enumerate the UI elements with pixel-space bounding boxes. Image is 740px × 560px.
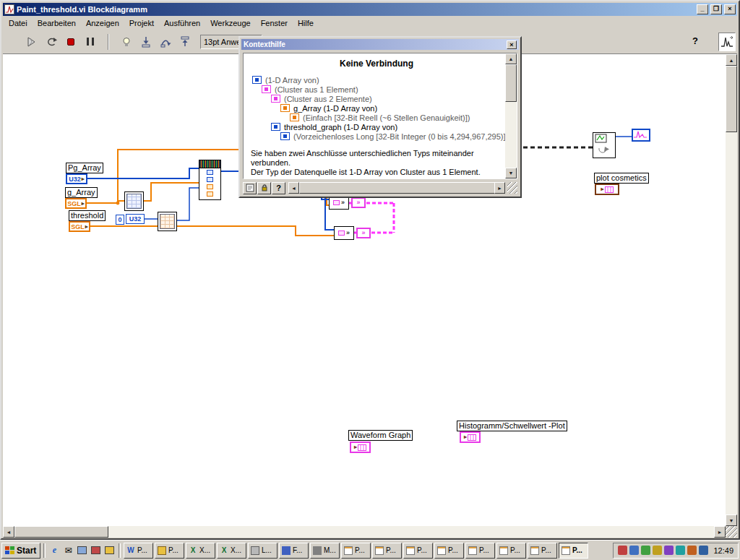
close-button[interactable]: × bbox=[724, 4, 736, 14]
graph-reference-node[interactable] bbox=[632, 129, 650, 142]
wire-index-to-bundle[interactable] bbox=[143, 183, 199, 201]
wire-threshold[interactable] bbox=[89, 226, 334, 236]
g-array-terminal[interactable]: SGL▸ bbox=[65, 198, 87, 209]
help-button[interactable]: ? bbox=[688, 34, 702, 48]
horizontal-scroll-thumb[interactable] bbox=[14, 526, 108, 538]
menu-bearbeiten[interactable]: Bearbeiten bbox=[33, 17, 81, 29]
context-help-vscrollbar[interactable]: ▲ ▼ bbox=[505, 53, 517, 178]
coerced-cluster-node-1[interactable]: » bbox=[351, 197, 366, 208]
scroll-down-button[interactable]: ▼ bbox=[726, 514, 737, 526]
scroll-right-button[interactable]: ► bbox=[494, 182, 505, 194]
scroll-left-button[interactable]: ◄ bbox=[288, 182, 299, 194]
ie-quicklaunch-icon[interactable]: e bbox=[48, 544, 61, 556]
vertical-scrollbar[interactable]: ▲ ▼ bbox=[726, 54, 737, 526]
context-help-hscroll-thumb[interactable] bbox=[299, 182, 505, 194]
g-array-label[interactable]: g_Array bbox=[65, 187, 98, 198]
labview-vi-icon bbox=[499, 546, 508, 555]
mail-quicklaunch-icon[interactable]: ✉ bbox=[62, 544, 74, 556]
start-button[interactable]: Start bbox=[1, 543, 40, 559]
tray-display-icon[interactable] bbox=[629, 546, 639, 555]
vertical-scroll-thumb[interactable] bbox=[726, 66, 737, 132]
scroll-up-button[interactable]: ▲ bbox=[726, 54, 737, 66]
menu-projekt[interactable]: Projekt bbox=[124, 17, 159, 29]
array-subset-node[interactable] bbox=[158, 212, 177, 231]
tray-language-icon[interactable] bbox=[687, 546, 697, 555]
menu-fenster[interactable]: Fenster bbox=[256, 17, 293, 29]
scroll-right-button[interactable]: ► bbox=[714, 526, 726, 538]
highlight-execution-button[interactable] bbox=[118, 33, 135, 51]
taskbar-button[interactable]: XX... bbox=[186, 543, 215, 559]
numeric-constant-0[interactable]: 0 bbox=[116, 215, 124, 225]
context-help-titlebar[interactable]: Kontexthilfe × bbox=[241, 39, 519, 50]
title-bar[interactable]: Paint_threshold.vi Blockdiagramm _ ❐ × bbox=[3, 3, 737, 16]
coerced-cluster-node-2[interactable]: » bbox=[356, 228, 371, 238]
property-node-plot[interactable] bbox=[593, 132, 616, 158]
horizontal-scrollbar[interactable]: ◄ ► bbox=[3, 526, 726, 538]
step-out-button[interactable] bbox=[176, 33, 194, 51]
taskbar-button[interactable]: M... bbox=[310, 543, 340, 559]
resize-grip[interactable] bbox=[726, 526, 737, 538]
show-desktop-icon[interactable] bbox=[76, 544, 88, 556]
abort-button[interactable] bbox=[62, 33, 79, 51]
context-help-resize-grip[interactable] bbox=[507, 182, 517, 194]
taskbar-button[interactable]: P... bbox=[155, 543, 184, 559]
tray-messenger-icon[interactable] bbox=[699, 546, 708, 555]
waveform-graph-label[interactable]: Waveform Graph bbox=[348, 430, 413, 441]
context-help-scroll-thumb[interactable] bbox=[505, 64, 517, 102]
run-button[interactable] bbox=[23, 33, 40, 51]
plot-cosmetics-label[interactable]: plot cosmetics bbox=[594, 173, 649, 184]
tray-scheduler-icon[interactable] bbox=[653, 546, 662, 555]
taskbar-button[interactable]: P... bbox=[434, 543, 464, 559]
scroll-up-button[interactable]: ▲ bbox=[505, 53, 517, 64]
to-u32-conversion-node[interactable]: U32 bbox=[126, 214, 145, 224]
step-into-button[interactable] bbox=[137, 33, 155, 51]
taskbar-button[interactable]: XX... bbox=[217, 543, 246, 559]
tray-volume-icon[interactable] bbox=[618, 546, 627, 555]
media-player-icon[interactable] bbox=[90, 544, 102, 556]
menu-anzeigen[interactable]: Anzeigen bbox=[81, 17, 124, 29]
menu-ausfuehren[interactable]: Ausführen bbox=[159, 17, 205, 29]
taskbar-button[interactable]: P... bbox=[341, 543, 371, 559]
minimize-button[interactable]: _ bbox=[697, 4, 708, 14]
step-over-button[interactable] bbox=[157, 33, 174, 51]
lock-help-icon[interactable] bbox=[257, 182, 271, 194]
pg-array-label[interactable]: Pg_Array bbox=[66, 163, 103, 173]
more-help-icon[interactable]: ? bbox=[272, 182, 285, 194]
taskbar-button[interactable]: P... bbox=[528, 543, 557, 559]
waveform-graph-terminal[interactable]: ▸ bbox=[350, 441, 371, 453]
tray-network-icon[interactable] bbox=[641, 546, 650, 555]
tray-graphics-icon[interactable] bbox=[676, 546, 685, 555]
taskbar-button[interactable]: F... bbox=[279, 543, 309, 559]
folder-quicklaunch-icon[interactable] bbox=[103, 544, 116, 556]
pg-array-terminal[interactable]: U32▸ bbox=[66, 173, 87, 184]
taskbar-button[interactable]: P... bbox=[372, 543, 402, 559]
bundle-cluster-array-node[interactable] bbox=[199, 160, 221, 200]
menu-datei[interactable]: Datei bbox=[4, 17, 33, 29]
run-continuous-button[interactable] bbox=[43, 33, 60, 51]
scroll-down-button[interactable]: ▼ bbox=[505, 168, 517, 178]
taskbar-button[interactable]: L... bbox=[248, 543, 278, 559]
taskbar-clock[interactable]: 12:49 bbox=[713, 546, 733, 555]
scroll-left-button[interactable]: ◄ bbox=[3, 526, 14, 538]
taskbar-button-active[interactable]: P... bbox=[559, 543, 588, 559]
histogram-plot-terminal[interactable]: ▸ bbox=[460, 431, 481, 443]
taskbar-button[interactable]: P... bbox=[496, 543, 526, 559]
menu-hilfe[interactable]: Hilfe bbox=[293, 17, 319, 29]
context-help-close-icon[interactable]: × bbox=[507, 40, 517, 49]
wire-subset-to-bundle[interactable] bbox=[176, 188, 199, 220]
menu-werkzeuge[interactable]: Werkzeuge bbox=[205, 17, 255, 29]
pause-button[interactable] bbox=[82, 33, 99, 51]
threshold-terminal[interactable]: SGL▸ bbox=[69, 221, 90, 232]
bundle-node-2[interactable]: » bbox=[334, 226, 354, 240]
plot-cosmetics-terminal[interactable]: ▸ bbox=[595, 184, 619, 195]
taskbar-button[interactable]: WP... bbox=[124, 543, 153, 559]
detailed-help-icon[interactable] bbox=[243, 182, 257, 194]
index-array-node[interactable] bbox=[124, 191, 144, 211]
histogram-plot-label[interactable]: Histogramm/Schwellwert -Plot bbox=[457, 421, 567, 431]
threshold-label[interactable]: threshold bbox=[69, 210, 106, 221]
maximize-button[interactable]: ❐ bbox=[710, 4, 722, 14]
taskbar-button[interactable]: P... bbox=[465, 543, 495, 559]
context-help-hscrollbar[interactable]: ◄ ► bbox=[288, 182, 505, 194]
taskbar-button[interactable]: P... bbox=[403, 543, 433, 559]
tray-antivirus-icon[interactable] bbox=[664, 546, 674, 555]
